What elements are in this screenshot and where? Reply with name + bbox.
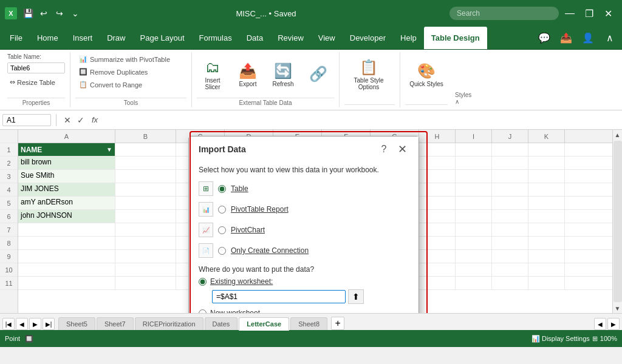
status-bar: Point 🔲 📊 Display Settings ⊞ 100%: [0, 330, 622, 347]
remove-duplicates-btn[interactable]: 🔲 Remove Duplicates: [75, 66, 174, 78]
menu-file[interactable]: File: [2, 27, 30, 49]
share-btn[interactable]: 📤: [556, 29, 576, 48]
sheet-nav-next[interactable]: ▶: [29, 318, 41, 330]
spreadsheet-container: 1 2 3 4 5 6 7 8 9 10 11 A B C D E F G H …: [0, 130, 622, 313]
connection-radio[interactable]: [218, 247, 226, 255]
more-btn[interactable]: ⌄: [68, 6, 83, 21]
cancel-formula-btn[interactable]: ✕: [61, 114, 73, 126]
cell-h1[interactable]: [419, 143, 456, 156]
formula-input[interactable]: [103, 115, 620, 126]
excel-icon: X: [5, 7, 17, 19]
table-name-input[interactable]: [7, 62, 65, 73]
sheet-tab-rice[interactable]: RICEPrioritization: [135, 317, 203, 330]
menu-draw[interactable]: Draw: [100, 27, 132, 49]
search-input[interactable]: [449, 7, 559, 20]
menu-help[interactable]: Help: [393, 27, 424, 49]
table-radio[interactable]: [218, 185, 226, 193]
cell-a3[interactable]: Sue SMith: [18, 170, 115, 183]
ribbon-collapse-btn[interactable]: ∧: [600, 29, 620, 48]
vertical-scrollbar[interactable]: ▲ ▼: [612, 130, 622, 313]
menu-table-design[interactable]: Table Design: [424, 27, 487, 49]
tools-buttons: 📊 Summarize with PivotTable 🔲 Remove Dup…: [75, 53, 174, 90]
links-btn[interactable]: 🔗: [302, 53, 334, 96]
menu-view[interactable]: View: [311, 27, 343, 49]
cell-a4[interactable]: JIM JONES: [18, 183, 115, 196]
connection-icon: 📄: [199, 243, 213, 258]
sheet-nav-first[interactable]: |◀: [2, 318, 15, 330]
enter-formula-btn[interactable]: ✓: [75, 114, 87, 126]
dialog-help-btn[interactable]: ?: [377, 143, 391, 156]
save-btn[interactable]: 💾: [21, 6, 35, 21]
sheet-nav-prev[interactable]: ◀: [16, 318, 28, 330]
dialog-close-btn[interactable]: ✕: [395, 143, 409, 156]
menu-page-layout[interactable]: Page Layout: [133, 27, 192, 49]
new-worksheet-radio[interactable]: [199, 309, 207, 314]
row-num-3: 3: [0, 170, 18, 183]
sheet-tab-sheet8[interactable]: Sheet8: [290, 317, 327, 330]
minimize-btn[interactable]: —: [561, 5, 578, 22]
refresh-btn[interactable]: 🔄 Refresh: [267, 53, 299, 96]
cell-a5[interactable]: amY anDERson: [18, 197, 115, 209]
insert-slicer-btn[interactable]: 🗂 InsertSlicer: [197, 53, 228, 96]
existing-worksheet-radio[interactable]: [199, 278, 207, 286]
add-sheet-button[interactable]: +: [331, 317, 344, 330]
table-radio-label[interactable]: Table: [231, 184, 248, 193]
name-box[interactable]: [2, 114, 51, 126]
resize-table-btn[interactable]: ⇔ Resize Table: [7, 77, 65, 87]
cell-ref-input[interactable]: [212, 290, 346, 303]
cell-a1[interactable]: NAME ▼: [18, 143, 115, 156]
sheet-tab-sheet7[interactable]: Sheet7: [97, 317, 134, 330]
menu-review[interactable]: Review: [270, 27, 311, 49]
cell-i1[interactable]: [456, 143, 492, 156]
menu-developer[interactable]: Developer: [343, 27, 393, 49]
display-settings[interactable]: 📊 Display Settings: [531, 335, 590, 343]
cell-a6[interactable]: john JOHNSON: [18, 210, 115, 223]
pivot-report-icon: 📊: [199, 202, 213, 217]
menu-data[interactable]: Data: [239, 27, 270, 49]
connection-radio-label[interactable]: Only Create Connection: [231, 246, 309, 255]
dialog-question: Select how you want to view this data in…: [199, 166, 409, 174]
cell-b2[interactable]: [115, 157, 176, 169]
summarize-pivot-btn[interactable]: 📊 Summarize with PivotTable: [75, 53, 174, 65]
user-btn[interactable]: 👤: [578, 29, 598, 48]
pivot-chart-radio-label[interactable]: PivotChart: [231, 226, 265, 234]
cell-k1[interactable]: [528, 143, 565, 156]
menu-formulas[interactable]: Formulas: [192, 27, 239, 49]
quick-styles-btn[interactable]: 🎨 Quick Styles: [405, 53, 448, 96]
menu-insert[interactable]: Insert: [66, 27, 100, 49]
collapse-styles-btn[interactable]: ∧: [455, 98, 480, 105]
sheet-tab-sheet5[interactable]: Sheet5: [58, 317, 95, 330]
styles-label: Styles: [455, 92, 480, 98]
pivot-report-radio[interactable]: [218, 206, 226, 214]
sheet-tab-dates[interactable]: Dates: [205, 317, 238, 330]
existing-worksheet-label[interactable]: Existing worksheet:: [210, 277, 273, 286]
close-btn[interactable]: ✕: [600, 5, 617, 22]
scroll-track[interactable]: [613, 141, 622, 302]
menu-home[interactable]: Home: [30, 27, 66, 49]
cell-b1[interactable]: [115, 143, 176, 156]
export-btn[interactable]: 📤 Export: [232, 53, 264, 96]
pivot-report-radio-label[interactable]: PivotTable Report: [231, 205, 289, 214]
cell-ref-select-btn[interactable]: ⬆: [348, 289, 364, 304]
table-style-icon: 📋: [360, 59, 378, 76]
new-worksheet-label[interactable]: New worksheet: [210, 309, 260, 313]
cell-a2[interactable]: bill brown: [18, 157, 115, 169]
scroll-up-btn[interactable]: ▲: [613, 130, 623, 140]
row-num-1: 1: [0, 143, 18, 157]
pivot-chart-radio[interactable]: [218, 226, 226, 234]
restore-btn[interactable]: ❐: [581, 5, 598, 22]
sheet-tabs: |◀ ◀ ▶ ▶| Sheet5 Sheet7 RICEPrioritizati…: [0, 313, 622, 330]
menu-bar-right: 💬 📤 👤 ∧: [535, 27, 620, 49]
comment-btn[interactable]: 💬: [535, 29, 554, 48]
scroll-sheets-right[interactable]: ▶: [607, 318, 620, 330]
redo-btn[interactable]: ↪: [52, 6, 67, 21]
cell-j1[interactable]: [492, 143, 528, 156]
sheet-nav-last[interactable]: ▶|: [43, 318, 55, 330]
dropdown-icon[interactable]: ▼: [106, 146, 112, 153]
undo-btn[interactable]: ↩: [36, 6, 51, 21]
sheet-tab-lettercase[interactable]: LetterCase: [239, 317, 289, 331]
convert-to-range-btn[interactable]: 📋 Convert to Range: [75, 79, 174, 90]
scroll-down-btn[interactable]: ▼: [613, 303, 623, 313]
scroll-sheets-left[interactable]: ◀: [594, 318, 606, 330]
table-style-options-btn[interactable]: 📋 Table Style Options: [344, 53, 393, 96]
